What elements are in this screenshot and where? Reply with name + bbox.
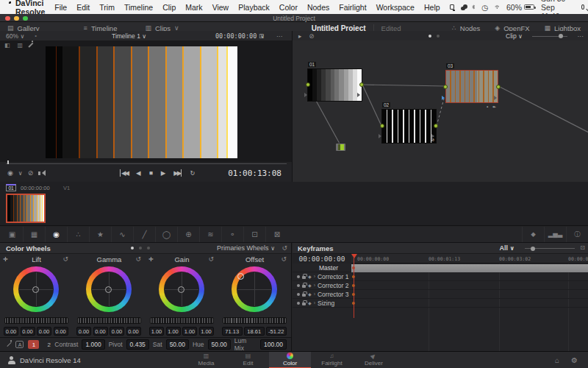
gamma-b-value[interactable]: 0.00 [126,327,141,336]
wheels-page-dot-2[interactable] [139,247,142,250]
node-view-dropdown[interactable]: Clip ∨ [506,32,523,40]
expand-chevron-icon[interactable]: › [314,300,315,305]
lock-icon[interactable] [302,276,306,279]
node-02-input-port[interactable] [380,124,384,128]
gamma-master-wheel[interactable] [77,317,141,324]
node-03-key-input-triangle[interactable] [442,96,447,100]
keyframe-diamond-icon[interactable]: ◆ [308,283,312,288]
mute-icon[interactable]: ⊘ [28,169,34,177]
node-02[interactable]: 02 ⊘ [381,109,437,144]
node-zoom-slider[interactable] [532,36,567,37]
node-options-icon[interactable]: ··· [578,32,584,40]
display-icon[interactable] [450,4,454,10]
expand-chevron-icon[interactable]: › [314,283,315,288]
node-03-key-output-triangle[interactable] [494,96,499,100]
play-forward-button[interactable]: ▶ [161,169,166,177]
timeline-wipe-icon[interactable]: ▥ [18,42,24,49]
source-input-node[interactable] [335,143,346,152]
lift-y-value[interactable]: 0.00 [4,327,18,336]
menu-playback[interactable]: Playback [238,3,270,12]
lift-b-value[interactable]: 0.00 [54,327,68,336]
camera-raw-icon[interactable]: ▣ [1,227,24,242]
scopes-panel-icon[interactable]: ▂▅▃ [544,227,566,242]
rgb-mixer-icon[interactable]: ∴ [68,227,90,242]
keyframe-diamond-icon[interactable]: ◆ [308,274,312,279]
offset-master-wheel[interactable] [223,317,287,324]
lock-icon[interactable] [302,294,306,297]
chevron-down-icon[interactable]: ∨ [18,170,23,177]
keyframes-zoom-slider[interactable] [525,248,575,249]
motion-effects-icon[interactable]: ★ [90,227,112,242]
node-03-input-port[interactable] [443,85,448,89]
wheels-page-dot-1[interactable] [131,247,134,250]
page-tab-deliver[interactable]: ▶ Deliver [353,352,395,368]
offset-b-value[interactable]: -51.22 [266,327,287,336]
menu-trim[interactable]: Trim [99,3,115,12]
image-wipe-icon[interactable]: ◧ [4,42,10,49]
jog-mode-icon[interactable]: ◉ [7,169,13,177]
page-tab-media[interactable]: ▥ Media [185,352,227,368]
color-wheels-icon[interactable]: ◉ [46,227,68,242]
play-reverse-button[interactable]: ◀ [136,169,141,177]
keyframe-diamond-icon[interactable]: ◆ [308,300,312,305]
gamma-g-value[interactable]: 0.00 [110,327,124,336]
battery-indicator[interactable]: 60% [506,3,534,12]
viewer-timecode-dropdown[interactable]: 00:00:00:00 ∨ [215,32,264,40]
speaker-icon[interactable] [38,170,46,176]
keyframes-panel-icon[interactable]: ◆ [522,227,544,242]
menu-help[interactable]: Help [424,3,440,12]
node-01-output-port[interactable] [359,82,364,87]
gamma-r-value[interactable]: 0.00 [93,327,108,336]
expand-chevron-icon[interactable]: › [314,274,315,279]
gamma-reset-icon[interactable]: ↺ [135,255,141,263]
master-track-bar[interactable] [351,264,588,272]
loop-button[interactable]: ↻ [190,169,195,177]
wheels-reset-all-icon[interactable]: ↺ [282,244,287,252]
keyframes-expand-icon[interactable]: ⊡ [580,244,585,251]
lift-wheel-indicator[interactable] [32,286,39,293]
enhanced-viewer-wand-icon[interactable] [29,43,34,48]
track-row-corrector-2[interactable]: ◆ › Corrector 2 [293,281,588,290]
page-tab-fairlight[interactable]: ♫ Fairlight [311,352,353,368]
track-row-corrector-3[interactable]: ◆ › Corrector 3 [293,290,588,299]
gain-master-wheel[interactable] [150,317,214,324]
auto-color-wand-icon[interactable] [7,342,12,347]
node-disable-tool-icon[interactable]: ⊘ [309,32,314,40]
enable-dot-icon[interactable] [297,302,300,305]
lift-master-wheel[interactable] [4,317,68,324]
power-window-icon[interactable]: ◯ [156,227,178,242]
wheels-mode-dropdown[interactable]: Primaries Wheels ∨ [217,244,275,252]
menu-timeline[interactable]: Timeline [124,3,153,12]
menu-color[interactable]: Color [279,3,298,12]
gain-r-value[interactable]: 1.00 [166,327,181,336]
menu-view[interactable]: View [212,3,229,12]
menu-mark[interactable]: Mark [185,3,202,12]
timeline-selector-dropdown[interactable]: Timeline 1 ∨ [112,32,146,40]
tracker-icon[interactable]: ⊕ [178,227,200,242]
qualifier-icon[interactable]: ╱ [134,227,156,242]
offset-reset-icon[interactable]: ↺ [281,255,287,263]
gamma-wheel-indicator[interactable] [105,286,112,293]
menu-file[interactable]: File [54,3,67,12]
offset-r-value[interactable]: 71.13 [222,327,243,336]
page-tab-color-active[interactable]: Color [269,352,311,368]
wheels-page-2-button[interactable]: 2 [43,340,54,349]
first-frame-button[interactable]: ◀◀ [120,169,128,177]
node-01-key-input-triangle[interactable] [304,93,309,97]
enable-dot-icon[interactable] [297,293,300,296]
pivot-value[interactable]: 0.435 [126,339,149,350]
keyframes-playhead[interactable] [354,254,354,318]
node-graph[interactable]: 01 02 ⊘ 03 ▪ ↞ [292,40,588,182]
lock-icon[interactable] [302,285,306,288]
gain-wheel-indicator[interactable] [178,286,184,293]
clip-number-badge[interactable]: 01 [6,184,16,191]
node-02-output-port[interactable] [434,124,438,128]
track-row-sizing[interactable]: ◆ › Sizing [293,299,588,308]
node-03-output-port[interactable] [496,85,501,89]
menu-workspace[interactable]: Workspace [376,3,415,12]
menu-nodes[interactable]: Nodes [307,3,329,12]
wheels-page-dot-3[interactable] [147,247,150,250]
gain-y-value[interactable]: 1.00 [149,327,164,336]
info-panel-icon[interactable]: ⓘ [566,227,588,242]
viewer-image[interactable] [46,46,237,158]
